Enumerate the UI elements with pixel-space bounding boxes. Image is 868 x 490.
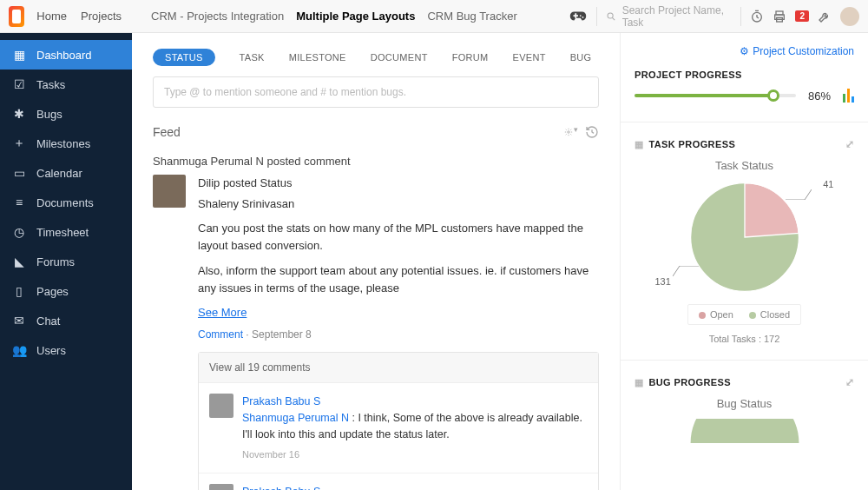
view-all-comments[interactable]: View all 19 comments bbox=[199, 353, 598, 384]
users-icon: 👥 bbox=[12, 343, 26, 357]
timer-icon[interactable] bbox=[750, 10, 764, 23]
progress-bar[interactable] bbox=[635, 94, 796, 97]
tab-forum[interactable]: FORUM bbox=[452, 52, 489, 63]
comment-mention[interactable]: Shanmuga Perumal N bbox=[242, 412, 349, 424]
nav-projects[interactable]: Projects bbox=[74, 10, 128, 23]
mention-line: Shaleny Srinivasan bbox=[198, 195, 599, 213]
total-tasks: Total Tasks : 172 bbox=[635, 334, 854, 344]
nav-home[interactable]: Home bbox=[30, 10, 74, 23]
tab-bug[interactable]: BUG bbox=[570, 52, 592, 63]
sidebar-label: Calendar bbox=[36, 167, 82, 180]
gamepad-icon[interactable] bbox=[569, 7, 588, 26]
sidebar-item-forums[interactable]: ◣Forums bbox=[0, 247, 132, 276]
wrench-icon[interactable] bbox=[818, 10, 832, 23]
chart-icon[interactable] bbox=[843, 89, 854, 103]
topbar-actions: Search Project Name, Task 2 bbox=[560, 4, 868, 29]
bug-chart-title: Bug Status bbox=[635, 397, 854, 410]
page-icon: ▯ bbox=[12, 284, 26, 298]
sidebar: ▦Dashboard☑Tasks✱Bugs＋Milestones▭Calenda… bbox=[0, 33, 132, 490]
project-customization-link[interactable]: Project Customization bbox=[753, 45, 854, 57]
comment-item: Prakash Babu SShanmuga Perumal N : I thi… bbox=[199, 383, 598, 473]
legend-closed[interactable]: Closed bbox=[749, 309, 790, 320]
bug-status-pie-partial bbox=[688, 419, 801, 445]
post-activity-line: Shanmuga Perumal N posted comment bbox=[153, 155, 599, 168]
calendar-icon: ▭ bbox=[12, 166, 26, 180]
compose-input[interactable]: Type @ to mention someone and # to menti… bbox=[153, 76, 599, 108]
breadcrumb-item[interactable]: CRM - Projects Integration bbox=[151, 10, 284, 23]
sidebar-label: Dashboard bbox=[36, 49, 92, 62]
customize-gear-icon: ⚙ bbox=[740, 45, 749, 57]
svg-line-1 bbox=[613, 17, 615, 20]
sidebar-item-calendar[interactable]: ▭Calendar bbox=[0, 158, 132, 188]
progress-percent: 86% bbox=[808, 89, 831, 103]
svg-point-0 bbox=[608, 12, 613, 17]
sidebar-item-chat[interactable]: ✉Chat bbox=[0, 306, 132, 335]
task-status-pie: 41 131 bbox=[662, 181, 827, 294]
sidebar-item-milestones[interactable]: ＋Milestones bbox=[0, 129, 132, 158]
sidebar-item-pages[interactable]: ▯Pages bbox=[0, 276, 132, 306]
tab-event[interactable]: EVENT bbox=[513, 52, 546, 63]
comment-author[interactable]: Prakash Babu S bbox=[242, 394, 588, 410]
bug-progress-title: ▦BUG PROGRESS⤢ bbox=[635, 376, 854, 388]
comment-author[interactable]: Prakash Babu S bbox=[242, 484, 588, 490]
comments-box: View all 19 comments Prakash Babu SShanm… bbox=[198, 352, 599, 490]
breadcrumb-item[interactable]: CRM Bug Tracker bbox=[427, 10, 516, 23]
megaphone-icon: ◣ bbox=[12, 255, 26, 268]
notification-badge[interactable]: 2 bbox=[795, 10, 809, 22]
status-line: Dilip posted Status bbox=[198, 175, 599, 192]
gear-icon[interactable]: ▾ bbox=[564, 125, 578, 139]
feed-header: Feed ▾ bbox=[153, 125, 599, 139]
sidebar-label: Users bbox=[36, 344, 66, 357]
tab-task[interactable]: TASK bbox=[240, 52, 265, 63]
search-placeholder: Search Project Name, Task bbox=[622, 4, 733, 29]
main-content: STATUSTASKMILESTONEDOCUMENTFORUMEVENTBUG… bbox=[132, 33, 620, 490]
post-body-2: Also, inform the support team about any … bbox=[198, 262, 599, 297]
svg-line-10 bbox=[805, 189, 812, 200]
sidebar-item-users[interactable]: 👥Users bbox=[0, 335, 132, 365]
comment-action[interactable]: Comment bbox=[198, 328, 243, 341]
app-logo[interactable] bbox=[9, 6, 24, 27]
print-icon[interactable] bbox=[773, 10, 786, 23]
see-more-link[interactable]: See More bbox=[198, 306, 247, 319]
user-avatar[interactable] bbox=[840, 7, 859, 26]
sidebar-item-timesheet[interactable]: ◷Timesheet bbox=[0, 217, 132, 247]
topbar: Home Projects CRM - Projects Integration… bbox=[0, 0, 868, 33]
sidebar-item-documents[interactable]: ≡Documents bbox=[0, 188, 132, 217]
tab-document[interactable]: DOCUMENT bbox=[371, 52, 428, 63]
feed-title: Feed bbox=[153, 125, 181, 139]
check-icon: ☑ bbox=[12, 77, 26, 91]
legend-open[interactable]: Open bbox=[699, 309, 733, 320]
sidebar-label: Timesheet bbox=[36, 226, 89, 239]
poster-avatar[interactable] bbox=[153, 175, 186, 208]
breadcrumb-item-active[interactable]: Multiple Page Layouts bbox=[296, 10, 415, 23]
chat-icon: ✉ bbox=[12, 314, 26, 328]
post-date: September 8 bbox=[252, 328, 312, 341]
bug-icon: ✱ bbox=[12, 107, 26, 121]
comment-avatar[interactable] bbox=[209, 394, 233, 418]
expand-icon[interactable]: ⤢ bbox=[845, 138, 854, 150]
doc-icon: ≡ bbox=[12, 195, 26, 209]
tab-milestone[interactable]: MILESTONE bbox=[289, 52, 346, 63]
expand-icon[interactable]: ⤢ bbox=[845, 376, 854, 388]
sidebar-item-bugs[interactable]: ✱Bugs bbox=[0, 99, 132, 129]
sidebar-item-tasks[interactable]: ☑Tasks bbox=[0, 70, 132, 99]
task-chart-title: Task Status bbox=[635, 159, 854, 172]
comment-avatar[interactable] bbox=[209, 484, 233, 490]
global-search[interactable]: Search Project Name, Task bbox=[606, 4, 732, 29]
post-body-1: Can you post the stats on how many of th… bbox=[198, 220, 599, 255]
svg-point-6 bbox=[568, 131, 570, 134]
tab-status[interactable]: STATUS bbox=[153, 49, 215, 66]
sidebar-label: Tasks bbox=[36, 78, 65, 91]
right-panel: ⚙Project Customization PROJECT PROGRESS … bbox=[620, 33, 868, 490]
sidebar-label: Chat bbox=[36, 315, 60, 328]
plus-icon: ＋ bbox=[12, 136, 26, 150]
task-progress-title: ▦TASK PROGRESS⤢ bbox=[635, 138, 854, 150]
project-progress: 86% bbox=[635, 89, 854, 103]
chart-legend: Open Closed bbox=[687, 304, 801, 325]
history-icon[interactable] bbox=[585, 125, 599, 139]
svg-line-12 bbox=[673, 266, 680, 276]
sidebar-label: Bugs bbox=[36, 108, 62, 121]
breadcrumb: CRM - Projects Integration Multiple Page… bbox=[132, 10, 560, 23]
sidebar-item-dashboard[interactable]: ▦Dashboard bbox=[0, 40, 132, 70]
sidebar-label: Forums bbox=[36, 255, 75, 268]
